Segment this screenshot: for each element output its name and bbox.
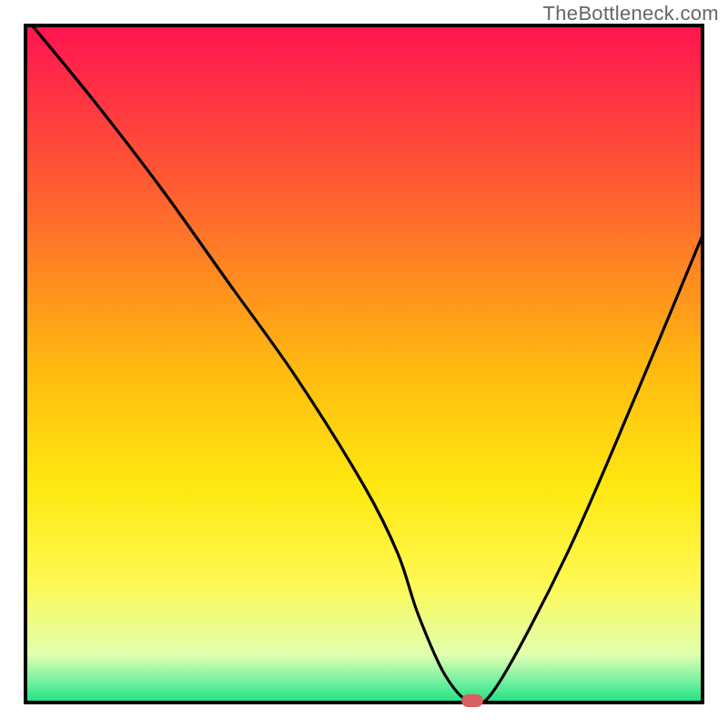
watermark-text: TheBottleneck.com bbox=[543, 2, 719, 25]
plot-background bbox=[25, 25, 703, 703]
optimum-marker bbox=[461, 694, 483, 707]
bottleneck-chart bbox=[0, 0, 728, 728]
